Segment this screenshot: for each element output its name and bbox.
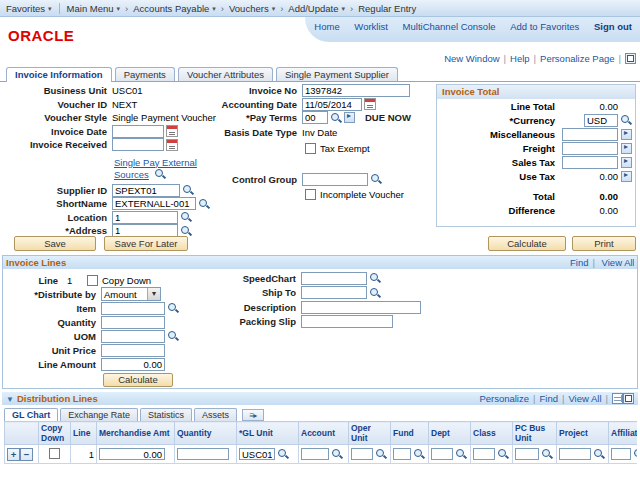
view-all-link[interactable]: View All [568, 393, 612, 404]
tab-voucher-attributes[interactable]: Voucher Attributes [178, 67, 273, 81]
help-link[interactable]: Help [510, 53, 540, 64]
save-for-later-button[interactable]: Save For Later [104, 236, 188, 251]
lookup-icon[interactable] [180, 211, 192, 223]
invoice-no-input[interactable] [302, 84, 410, 97]
print-button[interactable]: Print [572, 236, 636, 251]
lookup-icon[interactable] [180, 225, 192, 237]
uom-input[interactable] [101, 330, 165, 343]
lookup-icon[interactable] [370, 173, 382, 185]
quantity-input[interactable] [101, 316, 165, 329]
currency-detail-icon[interactable] [621, 143, 632, 154]
description-input[interactable] [301, 301, 421, 314]
tab-invoice-information[interactable]: Invoice Information [6, 67, 112, 82]
freight-input[interactable] [562, 142, 618, 155]
calculate-button[interactable]: Calculate [488, 236, 566, 251]
invoice-date-input[interactable] [112, 125, 164, 138]
add-row-button[interactable] [7, 448, 20, 461]
currency-detail-icon[interactable] [621, 129, 632, 140]
unit-price-input[interactable] [101, 344, 165, 357]
personalize-link[interactable]: Personalize [479, 393, 539, 404]
line-calculate-button[interactable]: Calculate [103, 373, 173, 387]
affiliate-input[interactable] [611, 448, 631, 460]
find-link[interactable]: Find [539, 393, 568, 404]
currency-detail-icon[interactable] [621, 157, 632, 168]
project-input[interactable] [559, 448, 591, 460]
distribute-by-select[interactable]: Amount [101, 287, 161, 301]
accounting-date-input[interactable] [302, 98, 362, 111]
find-link[interactable]: Find [570, 257, 599, 268]
line-amount-input[interactable] [101, 358, 165, 371]
currency-input[interactable] [584, 114, 618, 127]
pay-terms-input[interactable] [302, 111, 328, 124]
control-group-input[interactable] [302, 173, 368, 186]
oper-unit-input[interactable] [351, 448, 373, 460]
lookup-icon[interactable] [497, 448, 509, 460]
lookup-icon[interactable] [369, 287, 381, 299]
copy-url-icon[interactable] [625, 53, 636, 64]
ship-to-input[interactable] [301, 286, 367, 299]
breadcrumb-add-update[interactable]: Add/Update [288, 3, 345, 14]
breadcrumb-vouchers[interactable]: Vouchers [229, 3, 275, 14]
tab-single-payment-supplier[interactable]: Single Payment Supplier [276, 67, 398, 81]
lookup-icon[interactable] [593, 448, 605, 460]
tab-payments[interactable]: Payments [115, 67, 175, 81]
shortname-input[interactable] [112, 197, 196, 210]
home-link[interactable]: Home [314, 21, 339, 32]
merchandise-amt-input[interactable] [99, 448, 165, 460]
save-button[interactable]: Save [14, 236, 96, 251]
tab-gl-chart[interactable]: GL Chart [4, 408, 58, 421]
account-input[interactable] [301, 448, 329, 460]
gl-unit-input[interactable] [239, 448, 275, 460]
dept-input[interactable] [431, 448, 453, 460]
show-all-columns-icon[interactable] [242, 409, 264, 421]
tab-assets[interactable]: Assets [194, 408, 237, 421]
search-icon[interactable] [154, 168, 166, 180]
lookup-icon[interactable] [375, 448, 387, 460]
lookup-icon[interactable] [331, 448, 343, 460]
speedchart-input[interactable] [301, 272, 367, 285]
personalize-page-link[interactable]: Personalize Page [540, 53, 625, 64]
row-copy-down-checkbox[interactable] [49, 448, 60, 459]
lookup-icon[interactable] [167, 330, 179, 342]
calendar-icon[interactable] [166, 125, 178, 137]
breadcrumb-accounts-payable[interactable]: Accounts Payable [133, 3, 216, 14]
item-input[interactable] [101, 302, 165, 315]
favorites-menu[interactable]: Favorites [6, 3, 52, 14]
calendar-icon[interactable] [364, 98, 376, 110]
supplier-id-input[interactable] [112, 184, 180, 197]
invoice-received-input[interactable] [112, 138, 164, 151]
view-all-link[interactable]: View All [602, 257, 634, 268]
lookup-icon[interactable] [541, 448, 553, 460]
tab-exchange-rate[interactable]: Exchange Rate [60, 408, 138, 421]
incomplete-voucher-checkbox[interactable] [305, 189, 316, 200]
lookup-icon[interactable] [330, 112, 342, 124]
collapse-section-icon[interactable] [6, 393, 17, 404]
lookup-icon[interactable] [167, 302, 179, 314]
tab-statistics[interactable]: Statistics [140, 408, 192, 421]
sign-out-link[interactable]: Sign out [594, 21, 632, 32]
calendar-icon[interactable] [166, 139, 178, 151]
pay-terms-detail-icon[interactable] [344, 112, 355, 123]
lookup-icon[interactable] [198, 198, 210, 210]
pc-bus-unit-input[interactable] [515, 448, 539, 460]
dist-quantity-input[interactable] [177, 448, 229, 460]
multichannel-console-link[interactable]: MultiChannel Console [403, 21, 496, 32]
worklist-link[interactable]: Worklist [354, 21, 388, 32]
currency-detail-icon[interactable] [621, 171, 632, 182]
class-input[interactable] [473, 448, 495, 460]
copy-down-checkbox[interactable] [87, 275, 98, 286]
lookup-icon[interactable] [277, 448, 289, 460]
new-window-link[interactable]: New Window [444, 53, 510, 64]
packing-slip-input[interactable] [301, 315, 393, 328]
lookup-icon[interactable] [182, 184, 194, 196]
lookup-icon[interactable] [455, 448, 467, 460]
miscellaneous-input[interactable] [562, 128, 618, 141]
lookup-icon[interactable] [633, 448, 637, 460]
lookup-icon[interactable] [369, 272, 381, 284]
tax-exempt-checkbox[interactable] [305, 143, 316, 154]
delete-row-button[interactable] [20, 448, 33, 461]
breadcrumb-main-menu[interactable]: Main Menu [67, 3, 121, 14]
lookup-icon[interactable] [413, 448, 425, 460]
lookup-icon[interactable] [620, 114, 632, 126]
download-grid-icon[interactable] [612, 393, 623, 404]
